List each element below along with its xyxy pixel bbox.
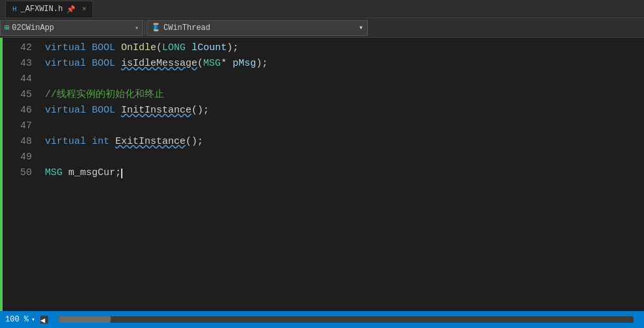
line-number: 49 xyxy=(9,150,32,165)
code-line xyxy=(45,118,644,134)
title-bar: H _AFXWIN.h 📌 × xyxy=(0,0,644,18)
line-number: 46 xyxy=(9,103,32,118)
line-number: 44 xyxy=(9,72,32,87)
tab-pin-icon[interactable]: 📌 xyxy=(66,5,76,14)
tab-label: _AFXWIN.h xyxy=(21,5,63,14)
tab-file-icon: H xyxy=(12,5,17,13)
breadcrumb-divider xyxy=(145,20,145,36)
breadcrumb-right-arrow: ▾ xyxy=(359,23,363,33)
code-line xyxy=(45,150,644,165)
line-number: 50 xyxy=(9,165,32,181)
breadcrumb-right-label: CWinThread xyxy=(163,23,210,33)
zoom-arrow: ▾ xyxy=(31,316,35,323)
code-line: virtual BOOL isIdleMessage(MSG* pMsg); xyxy=(45,56,644,72)
breadcrumb-left-arrow: ▾ xyxy=(135,24,139,32)
line-number: 42 xyxy=(9,40,32,56)
line-number: 43 xyxy=(9,56,32,72)
line-numbers: 424344454647484950 xyxy=(3,38,38,311)
code-line: virtual int ExitInstance(); xyxy=(45,134,644,150)
tab-close-icon[interactable]: × xyxy=(82,6,86,13)
breadcrumb-left[interactable]: ⊞ 02CWinApp ▾ xyxy=(0,20,143,36)
status-bar: 100 % ▾ ◀ xyxy=(0,311,644,328)
line-number: 45 xyxy=(9,87,32,103)
code-area: 424344454647484950 virtual BOOL OnIdle(L… xyxy=(0,38,644,311)
zoom-label: 100 % xyxy=(5,315,29,324)
line-number: 47 xyxy=(9,118,32,134)
code-line: MSG m_msgCur; xyxy=(45,165,644,181)
scroll-left-button[interactable]: ◀ xyxy=(40,316,48,323)
code-line xyxy=(45,72,644,87)
scrollbar-thumb xyxy=(59,316,111,323)
breadcrumb-left-icon: ⊞ xyxy=(5,23,9,33)
code-line: virtual BOOL OnIdle(LONG lCount); xyxy=(45,40,644,56)
breadcrumb-left-label: 02CWinApp xyxy=(12,23,54,33)
breadcrumb-right-icon: 🧵 xyxy=(151,23,161,33)
line-number: 48 xyxy=(9,134,32,150)
zoom-control[interactable]: 100 % ▾ xyxy=(5,315,35,324)
horizontal-scrollbar[interactable] xyxy=(59,316,634,323)
file-tab[interactable]: H _AFXWIN.h 📌 × xyxy=(5,1,93,18)
code-line: virtual BOOL InitInstance(); xyxy=(45,103,644,118)
breadcrumb-bar: ⊞ 02CWinApp ▾ 🧵 CWinThread ▾ xyxy=(0,18,644,38)
code-line: //线程实例的初始化和终止 xyxy=(45,87,644,103)
code-content[interactable]: virtual BOOL OnIdle(LONG lCount);virtual… xyxy=(38,38,644,311)
breadcrumb-right[interactable]: 🧵 CWinThread ▾ xyxy=(147,20,368,36)
editor[interactable]: 424344454647484950 virtual BOOL OnIdle(L… xyxy=(0,38,644,311)
